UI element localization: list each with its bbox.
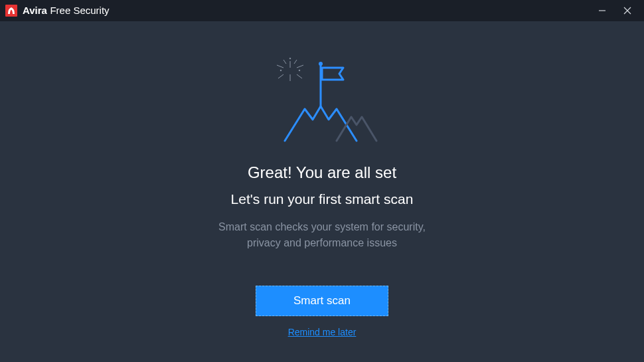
- avira-logo-icon: [5, 5, 17, 17]
- svg-line-9: [297, 74, 302, 78]
- titlebar-left: Avira Free Security: [5, 5, 110, 17]
- svg-line-6: [277, 65, 283, 68]
- close-button[interactable]: [620, 3, 635, 18]
- mountain-flag-icon: [262, 56, 382, 151]
- svg-point-16: [319, 62, 323, 66]
- titlebar: Avira Free Security: [0, 0, 644, 21]
- svg-point-14: [289, 58, 291, 59]
- svg-line-7: [297, 65, 303, 68]
- svg-line-8: [278, 74, 283, 78]
- svg-line-10: [283, 60, 286, 64]
- description: Smart scan checks your system for securi…: [218, 219, 426, 251]
- svg-point-12: [280, 70, 282, 71]
- brand-label: Avira: [23, 5, 47, 16]
- description-line-2: privacy and performance issues: [218, 235, 426, 251]
- brand-name: Avira Free Security: [23, 5, 110, 17]
- minimize-button[interactable]: [595, 3, 609, 18]
- description-line-1: Smart scan checks your system for securi…: [218, 219, 426, 235]
- remind-later-link[interactable]: Remind me later: [288, 327, 357, 337]
- svg-line-11: [294, 60, 297, 64]
- product-label: Free Security: [50, 5, 109, 16]
- window-controls: [595, 3, 639, 18]
- smart-scan-button[interactable]: Smart scan: [256, 286, 388, 316]
- subheading: Let's run your first smart scan: [231, 191, 414, 207]
- svg-point-13: [299, 70, 300, 71]
- main-content: Great! You are all set Let's run your fi…: [0, 21, 644, 337]
- sparkle-icon: [277, 58, 303, 81]
- heading: Great! You are all set: [248, 163, 396, 182]
- svg-rect-0: [5, 5, 17, 17]
